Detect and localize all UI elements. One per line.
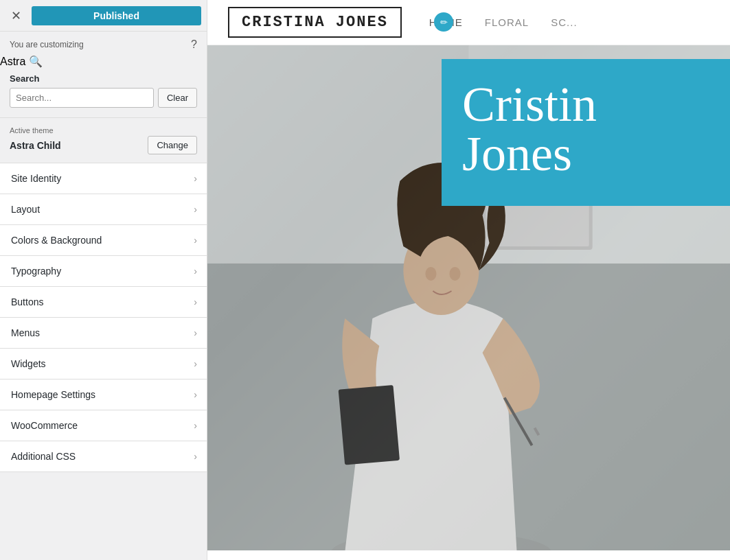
menu-item-additional-css[interactable]: Additional CSS› bbox=[0, 441, 207, 472]
chevron-right-icon: › bbox=[194, 420, 197, 431]
active-theme-row: Astra Child Change bbox=[10, 136, 197, 154]
hero-title-line2: Jones bbox=[462, 126, 572, 181]
chevron-right-icon: › bbox=[194, 451, 197, 462]
menu-item-label: Widgets bbox=[11, 358, 46, 369]
published-button[interactable]: Published bbox=[32, 6, 201, 25]
menu-item-label: Buttons bbox=[11, 296, 43, 307]
active-theme-section: Active theme Astra Child Change bbox=[0, 118, 207, 163]
close-button[interactable]: ✕ bbox=[5, 5, 26, 26]
chevron-right-icon: › bbox=[194, 389, 197, 400]
chevron-right-icon: › bbox=[194, 204, 197, 215]
menu-item-label: Additional CSS bbox=[11, 451, 76, 462]
menu-item-typography[interactable]: Typography› bbox=[0, 256, 207, 287]
theme-name-row: Astra 🔍 bbox=[0, 55, 207, 68]
svg-rect-12 bbox=[339, 385, 400, 465]
hero-title-line1: Cristin bbox=[462, 77, 597, 132]
chevron-right-icon: › bbox=[194, 235, 197, 246]
menu-item-label: Menus bbox=[11, 327, 40, 338]
menu-item-label: Layout bbox=[11, 204, 40, 215]
menu-item-colors-background[interactable]: Colors & Background› bbox=[0, 225, 207, 256]
chevron-right-icon: › bbox=[194, 327, 197, 338]
help-icon[interactable]: ? bbox=[191, 38, 197, 51]
customizing-label: You are customizing bbox=[10, 40, 84, 49]
menu-item-layout[interactable]: Layout› bbox=[0, 194, 207, 225]
edit-pencil-icon[interactable]: ✏ bbox=[434, 12, 453, 32]
clear-button[interactable]: Clear bbox=[158, 88, 197, 108]
search-icon[interactable]: 🔍 bbox=[29, 56, 43, 67]
menu-item-label: Typography bbox=[11, 266, 61, 277]
preview-area: ✏ Cristina Jones HomeFloralSc... bbox=[207, 0, 730, 560]
active-theme-name: Astra Child bbox=[10, 140, 61, 151]
menu-item-menus[interactable]: Menus› bbox=[0, 318, 207, 349]
site-logo: Cristina Jones bbox=[228, 7, 402, 38]
change-theme-button[interactable]: Change bbox=[148, 136, 197, 154]
nav-item-sc[interactable]: Sc... bbox=[551, 16, 577, 28]
customizer-menu-list: Site Identity›Layout›Colors & Background… bbox=[0, 163, 207, 560]
preview-header: Cristina Jones HomeFloralSc... bbox=[207, 0, 730, 45]
menu-item-homepage-settings[interactable]: Homepage Settings› bbox=[0, 380, 207, 410]
customizer-sidebar: ✕ Published You are customizing ? Astra … bbox=[0, 0, 207, 560]
hero-title: Cristin Jones bbox=[462, 80, 709, 178]
theme-name-text: Astra bbox=[0, 56, 25, 67]
menu-item-label: Homepage Settings bbox=[11, 389, 95, 400]
menu-item-label: Site Identity bbox=[11, 173, 61, 184]
search-label: Search bbox=[10, 73, 197, 84]
close-icon: ✕ bbox=[11, 8, 21, 23]
menu-item-label: WooCommerce bbox=[11, 420, 78, 431]
menu-item-widgets[interactable]: Widgets› bbox=[0, 349, 207, 380]
menu-item-woocommerce[interactable]: WooCommerce› bbox=[0, 410, 207, 441]
search-section: Search Clear bbox=[0, 68, 207, 118]
hero-text-overlay: Cristin Jones bbox=[442, 59, 730, 206]
search-input[interactable] bbox=[10, 88, 154, 108]
sidebar-topbar: ✕ Published bbox=[0, 0, 207, 32]
chevron-right-icon: › bbox=[194, 173, 197, 184]
chevron-right-icon: › bbox=[194, 358, 197, 369]
customizing-info: You are customizing ? bbox=[0, 32, 207, 55]
active-theme-label: Active theme bbox=[10, 126, 197, 135]
chevron-right-icon: › bbox=[194, 266, 197, 277]
nav-item-floral[interactable]: Floral bbox=[485, 16, 529, 28]
svg-point-9 bbox=[449, 267, 460, 281]
menu-item-site-identity[interactable]: Site Identity› bbox=[0, 163, 207, 194]
chevron-right-icon: › bbox=[194, 296, 197, 307]
menu-item-label: Colors & Background bbox=[11, 235, 102, 246]
preview-hero: Cristin Jones bbox=[207, 45, 730, 550]
menu-item-buttons[interactable]: Buttons› bbox=[0, 287, 207, 318]
site-logo-text: Cristina Jones bbox=[242, 14, 388, 31]
svg-point-8 bbox=[425, 267, 436, 281]
search-row: Clear bbox=[10, 88, 197, 108]
